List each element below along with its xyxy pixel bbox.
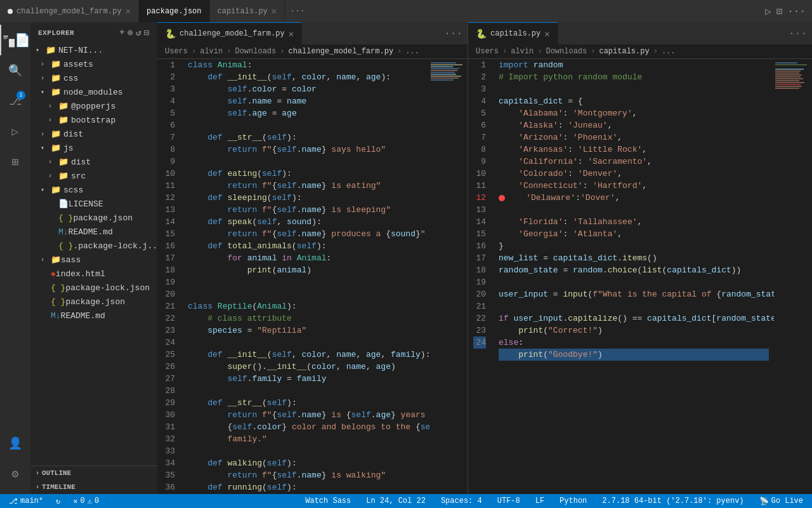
search-activity-icon[interactable]: 🔍	[0, 55, 30, 86]
timeline-label: TIMELINE	[42, 483, 75, 491]
sync-item[interactable]: ↻	[52, 494, 64, 508]
tree-item-dist[interactable]: › 📁 dist	[30, 127, 157, 141]
folder-icon: 📁	[46, 45, 56, 55]
tree-item-package-lock-json[interactable]: { } package-lock.json	[30, 281, 157, 295]
status-bar: ⎇ main* ↻ ✕ 0 ⚠ 0 Watch Sass Ln 24, Col …	[0, 494, 812, 508]
tree-item-node-modules[interactable]: ▾ 📁 node_modules	[30, 85, 157, 99]
settings-icon[interactable]: ⚙	[0, 458, 30, 489]
tree-item-js-src[interactable]: › 📁 src	[30, 169, 157, 183]
explorer-activity-icon[interactable]: ⬜ 📄	[0, 25, 30, 55]
title-bar: challenge_model_farm.py ✕ package.json c…	[0, 0, 812, 22]
close-icon[interactable]: ✕	[126, 6, 131, 17]
line-ending-item[interactable]: LF	[532, 494, 548, 508]
go-live-icon: 📡	[759, 497, 769, 506]
right-code-editor[interactable]: 1 2 3 4 5 6 7 8 9 10 11 12 13 14	[468, 59, 812, 494]
more-tab-actions-icon[interactable]: ···	[789, 28, 807, 39]
version-item[interactable]: 2.7.18 64-bit ('2.7.18': pyenv)	[598, 494, 747, 508]
tree-item-popperjs[interactable]: › 📁 @popperjs	[30, 99, 157, 113]
collapse-all-icon[interactable]: ⊟	[144, 27, 150, 38]
position-item[interactable]: Ln 24, Col 22	[362, 494, 429, 508]
left-code-editor[interactable]: 1 2 3 4 5 6 7 8 9 10 11 12 13 14	[157, 59, 468, 494]
close-icon[interactable]: ✕	[272, 6, 277, 17]
left-editor-breadcrumb: Users › alvin › Downloads › challenge_mo…	[157, 44, 468, 59]
breadcrumb-users[interactable]: Users	[476, 47, 499, 56]
tree-root[interactable]: ▾ 📁 NET-NI...	[30, 43, 157, 57]
breadcrumb-alvin[interactable]: alvin	[200, 47, 223, 56]
folder-icon: 📁	[51, 129, 61, 139]
breadcrumb-more[interactable]: ...	[662, 47, 676, 56]
expand-arrow: ›	[41, 61, 51, 68]
tree-item-package-json-root[interactable]: { } package.json	[30, 295, 157, 309]
tree-item-sass[interactable]: › 📁 sass	[30, 253, 157, 267]
language-item[interactable]: Python	[556, 494, 591, 508]
tree-item-js-dist[interactable]: › 📁 dist	[30, 155, 157, 169]
outline-section[interactable]: › OUTLINE	[30, 466, 157, 480]
new-folder-icon[interactable]: ⊕	[128, 27, 133, 38]
tab-label: package.json	[147, 7, 201, 16]
extensions-activity-icon[interactable]: ⊞	[0, 147, 30, 177]
split-editor-icon[interactable]: ⊡	[776, 5, 783, 18]
tab-package-json[interactable]: package.json	[139, 0, 209, 22]
status-bar-left: ⎇ main* ↻ ✕ 0 ⚠ 0	[5, 494, 103, 508]
refresh-icon[interactable]: ↺	[136, 27, 141, 38]
tab-filename: challenge_model_farm.py	[180, 29, 285, 38]
git-branch-item[interactable]: ⎇ main*	[5, 494, 47, 508]
errors-item[interactable]: ✕ 0 ⚠ 0	[69, 494, 103, 508]
tab-capitals-editor[interactable]: 🐍 capitals.py ✕	[468, 22, 558, 44]
breadcrumb-file[interactable]: capitals.py	[599, 47, 649, 56]
source-control-activity-icon[interactable]: ⎇ 1	[0, 86, 30, 116]
position-label: Ln 24, Col 22	[366, 497, 426, 505]
breadcrumb-alvin[interactable]: alvin	[511, 47, 534, 56]
python-file-icon: 🐍	[476, 29, 487, 39]
tree-item-css[interactable]: › 📁 css	[30, 71, 157, 85]
right-code-content: import random # Import python random mod…	[494, 59, 774, 494]
tree-item-scss[interactable]: ▾ 📁 scss	[30, 183, 157, 197]
git-branch-label: main*	[20, 497, 43, 505]
watch-sass-item[interactable]: Watch Sass	[301, 494, 355, 508]
breadcrumb-users[interactable]: Users	[165, 47, 188, 56]
spaces-item[interactable]: Spaces: 4	[437, 494, 486, 508]
close-tab-icon[interactable]: ✕	[544, 29, 549, 39]
close-tab-icon[interactable]: ✕	[289, 29, 294, 39]
tree-item-package-json[interactable]: { } package.json	[30, 211, 157, 225]
new-file-icon[interactable]: +	[119, 27, 125, 38]
tree-item-readme[interactable]: M↓ README.md	[30, 225, 157, 239]
tree-item-license[interactable]: 📄 LICENSE	[30, 197, 157, 211]
status-bar-right: Watch Sass Ln 24, Col 22 Spaces: 4 UTF-8…	[301, 494, 807, 508]
git-branch-icon: ⎇	[9, 497, 18, 506]
run-activity-icon[interactable]: ▷	[0, 116, 30, 147]
expand-arrow: ›	[41, 75, 51, 82]
tree-item-assets[interactable]: › 📁 assets	[30, 57, 157, 71]
tree-item-readme-root[interactable]: M↓ README.md	[30, 309, 157, 323]
file-icon: { }	[51, 297, 65, 307]
tree-item-index-html[interactable]: ◈ index.html	[30, 267, 157, 281]
tab-challenge-model-farm-editor[interactable]: 🐍 challenge_model_farm.py ✕	[157, 22, 302, 44]
timeline-section[interactable]: › TIMELINE	[30, 480, 157, 494]
breadcrumb-file[interactable]: challenge_model_farm.py	[288, 47, 393, 56]
expand-arrow: ▾	[41, 88, 51, 96]
breadcrumb-downloads[interactable]: Downloads	[235, 47, 276, 56]
breadcrumb-downloads[interactable]: Downloads	[546, 47, 587, 56]
more-actions-icon[interactable]: ···	[787, 6, 806, 17]
warning-count: 0	[95, 497, 99, 505]
tab-capitals[interactable]: capitals.py ✕	[210, 0, 285, 22]
editor-area: 🐍 challenge_model_farm.py ✕ ··· Users › …	[157, 22, 812, 494]
left-editor-tabs: 🐍 challenge_model_farm.py ✕ ···	[157, 22, 468, 44]
breadcrumb-more[interactable]: ...	[405, 47, 419, 56]
accounts-icon[interactable]: 👤	[0, 428, 30, 458]
go-live-item[interactable]: 📡 Go Live	[756, 494, 807, 508]
tree-item-js[interactable]: ▾ 📁 js	[30, 141, 157, 155]
more-tabs-button[interactable]: ···	[285, 0, 310, 22]
tree-item-bootstrap[interactable]: › 📁 bootstrap	[30, 113, 157, 127]
encoding-item[interactable]: UTF-8	[494, 494, 524, 508]
run-icon[interactable]: ▷	[765, 5, 771, 18]
language-label: Python	[560, 497, 587, 505]
title-bar-actions: ▷ ⊡ ···	[765, 5, 812, 18]
tree-item-package-lock[interactable]: { } .package-lock.j...	[30, 239, 157, 253]
tree-item-label: node_modules	[63, 88, 123, 97]
more-tab-actions-icon[interactable]: ···	[444, 28, 462, 39]
tab-challenge-model-farm[interactable]: challenge_model_farm.py ✕	[0, 0, 139, 22]
tree-item-label: dist	[63, 130, 83, 139]
tree-item-label: assets	[63, 60, 93, 69]
expand-arrow: ›	[48, 159, 58, 166]
